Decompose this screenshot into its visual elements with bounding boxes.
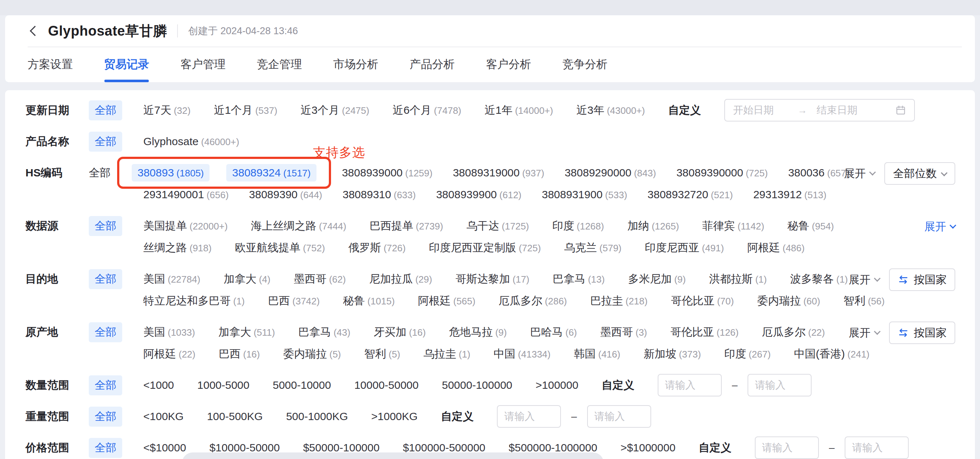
filter-option[interactable]: $10000-50000 <box>210 442 280 454</box>
filter-option[interactable]: 加拿大(511) <box>218 325 275 340</box>
filter-option[interactable]: 近3年(43000+) <box>577 103 645 118</box>
filter-option[interactable]: 巴拿马(13) <box>552 272 605 287</box>
expand-toggle[interactable]: 展开 <box>849 272 880 287</box>
filter-option[interactable]: >$1000000 <box>620 442 676 454</box>
filter-option[interactable]: 新加坡(373) <box>644 346 701 362</box>
filter-option[interactable]: 38089290000(843) <box>565 167 656 179</box>
all-option-selected[interactable]: 全部 <box>89 322 122 342</box>
filter-option[interactable]: 印度(267) <box>724 346 771 362</box>
expand-toggle[interactable]: 展开 <box>844 166 875 181</box>
filter-option[interactable]: 近7天(32) <box>143 103 191 118</box>
filter-option[interactable]: 危地马拉(9) <box>449 325 507 340</box>
custom-range-label[interactable]: 自定义 <box>668 103 701 118</box>
filter-option-selected[interactable]: 380893(1805) <box>132 164 210 181</box>
filter-option[interactable]: 38089310(633) <box>343 188 416 201</box>
range-max-input[interactable] <box>845 437 909 459</box>
filter-option[interactable]: 委内瑞拉(60) <box>757 294 820 308</box>
filter-option[interactable]: Glyphosate(46000+) <box>143 135 239 148</box>
filter-option[interactable]: <$10000 <box>143 442 186 454</box>
filter-option[interactable]: 印度(1268) <box>552 219 604 233</box>
filter-option[interactable]: 10000-50000 <box>354 379 419 391</box>
filter-option[interactable]: 哥伦比亚(126) <box>670 325 739 340</box>
filter-option[interactable]: 俄罗斯(726) <box>348 240 406 255</box>
tab-1[interactable]: 方案设置 <box>28 49 73 82</box>
filter-option[interactable]: 乌拉圭(1) <box>423 346 470 362</box>
range-min-input[interactable] <box>755 437 819 459</box>
range-max-input[interactable] <box>748 374 811 396</box>
filter-option[interactable]: <1000 <box>143 379 174 391</box>
filter-option[interactable]: 近1个月(537) <box>214 103 277 118</box>
custom-range-label[interactable]: 自定义 <box>602 378 635 393</box>
all-option-selected[interactable]: 全部 <box>89 375 122 395</box>
all-option-selected[interactable]: 全部 <box>89 216 122 236</box>
filter-option[interactable]: 巴西提单(2739) <box>369 219 443 233</box>
filter-option[interactable]: 委内瑞拉(5) <box>283 346 341 362</box>
custom-range-label[interactable]: 自定义 <box>699 440 732 455</box>
filter-option[interactable]: 韩国(416) <box>574 346 620 362</box>
filter-option[interactable]: $100000-500000 <box>403 442 485 454</box>
hs-digits-select[interactable]: 全部位数 <box>885 162 955 185</box>
filter-option[interactable]: 5000-10000 <box>273 379 331 391</box>
date-range-input[interactable]: 开始日期→结束日期 <box>724 99 915 121</box>
all-option-selected[interactable]: 全部 <box>89 269 122 289</box>
filter-option[interactable]: 阿根廷(565) <box>418 294 476 308</box>
filter-option[interactable]: 近3个月(2475) <box>301 103 369 118</box>
custom-range-label[interactable]: 自定义 <box>441 409 474 424</box>
filter-option[interactable]: 加拿大(4) <box>224 272 270 287</box>
filter-option[interactable]: <100KG <box>143 410 184 422</box>
filter-option[interactable]: 乌干达(1725) <box>466 219 529 233</box>
filter-option[interactable]: 哥伦比亚(70) <box>671 294 734 308</box>
filter-option[interactable]: $50000-100000 <box>303 442 379 454</box>
filter-option[interactable]: 印度尼西亚(491) <box>645 240 724 255</box>
tab-2[interactable]: 贸易记录 <box>104 49 149 82</box>
filter-option[interactable]: >1000KG <box>371 410 418 422</box>
expand-toggle[interactable]: 展开 <box>849 326 880 340</box>
tab-3[interactable]: 客户管理 <box>180 49 226 82</box>
filter-option[interactable]: 100-500KG <box>207 410 262 422</box>
filter-option[interactable]: 3808931900(533) <box>542 188 627 201</box>
filter-option[interactable]: 智利(5) <box>364 346 400 362</box>
all-option-selected[interactable]: 全部 <box>89 100 122 121</box>
filter-option[interactable]: 1000-5000 <box>197 379 249 391</box>
filter-option[interactable]: 特立尼达和多巴哥(1) <box>143 294 245 308</box>
filter-option[interactable]: 巴西(3742) <box>268 294 320 308</box>
filter-option[interactable]: 多米尼加(9) <box>628 272 686 287</box>
filter-option[interactable]: 加纳(1265) <box>627 219 679 233</box>
tab-5[interactable]: 市场分析 <box>333 49 378 82</box>
filter-option[interactable]: 巴西(16) <box>219 346 260 362</box>
back-icon[interactable] <box>30 26 40 36</box>
filter-option[interactable]: 乌克兰(579) <box>564 240 622 255</box>
filter-option[interactable]: 巴哈马(6) <box>530 325 577 340</box>
filter-option[interactable]: 38089390(644) <box>249 188 322 201</box>
filter-option[interactable]: 500-1000KG <box>286 410 348 422</box>
filter-option[interactable]: 38089319000(937) <box>453 167 544 179</box>
filter-option[interactable]: 秘鲁(1015) <box>343 294 395 308</box>
filter-option[interactable]: 智利(56) <box>843 294 885 308</box>
filter-option[interactable]: 巴拉圭(218) <box>590 294 648 308</box>
filter-option[interactable]: 尼加拉瓜(29) <box>369 272 432 287</box>
filter-option[interactable]: 印度尼西亚定制版(725) <box>429 240 541 255</box>
filter-option[interactable]: 50000-100000 <box>442 379 512 391</box>
range-min-input[interactable] <box>497 405 561 428</box>
filter-option[interactable]: 美国(1033) <box>143 325 195 340</box>
all-option-selected[interactable]: 全部 <box>89 407 122 427</box>
filter-option[interactable]: 海上丝绸之路(7444) <box>251 219 346 233</box>
all-option[interactable]: 全部 <box>89 165 111 180</box>
filter-option[interactable]: 厄瓜多尔(286) <box>499 294 567 308</box>
filter-option[interactable]: 墨西哥(3) <box>600 325 647 340</box>
tab-6[interactable]: 产品分析 <box>410 49 455 82</box>
filter-option[interactable]: $500000-1000000 <box>509 442 597 454</box>
filter-option[interactable]: 美国(22784) <box>143 272 200 287</box>
filter-option[interactable]: 2931490001(656) <box>143 188 229 201</box>
filter-option[interactable]: 中国(香港)(241) <box>794 346 870 362</box>
filter-option[interactable]: 3808939000(1259) <box>342 167 433 179</box>
filter-option[interactable]: 中国(41334) <box>494 346 551 362</box>
filter-option[interactable]: 洪都拉斯(1) <box>709 272 767 287</box>
filter-option[interactable]: 牙买加(16) <box>374 325 426 340</box>
filter-option[interactable]: 秘鲁(954) <box>788 219 834 233</box>
filter-option[interactable]: 阿根廷(22) <box>143 346 195 362</box>
group-by-country-button[interactable]: 按国家 <box>889 268 955 291</box>
filter-option[interactable]: 29313912(513) <box>753 188 826 201</box>
filter-option[interactable]: 厄瓜多尔(22) <box>762 325 825 340</box>
filter-option[interactable]: 阿根廷(486) <box>747 240 805 255</box>
